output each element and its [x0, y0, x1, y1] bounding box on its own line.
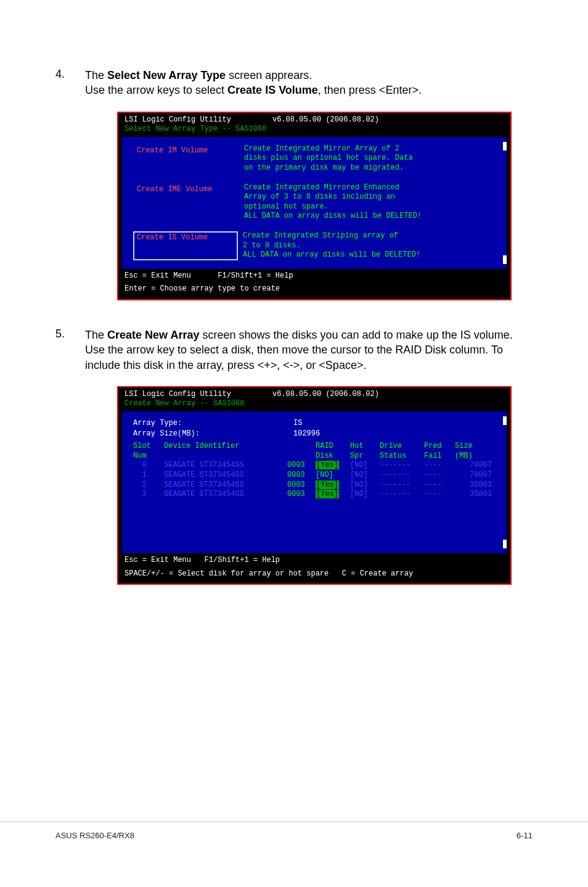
- cell-drive-status: -------: [380, 471, 424, 481]
- menu-ime-desc: Create Integrated Mirrored Enhanced Arra…: [244, 183, 422, 221]
- cell-raid-disk[interactable]: [Yes]: [316, 490, 350, 500]
- cell-pred-fail: ----: [424, 471, 455, 481]
- step4-t4: , then press <Enter>.: [318, 84, 422, 96]
- step-5: 5. The Create New Array screen shows the…: [55, 328, 533, 373]
- menu-create-ime-volume[interactable]: Create IME Volume: [133, 183, 244, 221]
- hdr-num: Num: [133, 452, 164, 461]
- cell-slot: 1: [133, 471, 164, 481]
- cell-rev: 0003: [287, 490, 316, 500]
- hdr-pred: Pred: [424, 442, 455, 452]
- hdr-disk: Disk: [316, 452, 350, 461]
- step5-t1: The: [85, 329, 107, 341]
- bios1-title: LSI Logic Config Utility: [125, 115, 272, 125]
- cell-drive-status: -------: [380, 481, 424, 490]
- cell-raid-disk[interactable]: [Yes]: [316, 461, 350, 471]
- page-footer: ASUS RS260-E4/RX8 6-11: [0, 822, 588, 840]
- disk-row[interactable]: 0SEAGATE ST373454SS0003[Yes][NO]--------…: [133, 461, 496, 471]
- footer-page-number: 6-11: [517, 831, 533, 840]
- step4-t2: screen apprears.: [226, 69, 312, 81]
- bios2-subtitle: Create New Array -- SAS1068: [118, 399, 510, 411]
- cell-slot: 2: [133, 481, 164, 490]
- cell-raid-disk[interactable]: [Yes]: [316, 481, 350, 490]
- hdr-slot: Slot: [133, 442, 164, 452]
- bios1-footer-hint: Enter = Choose array type to create: [118, 284, 510, 298]
- cell-pred-fail: ----: [424, 461, 455, 471]
- step-4: 4. The Select New Array Type screen appr…: [55, 68, 533, 98]
- menu-is-desc: Create Integrated Striping array of 2 to…: [243, 231, 420, 260]
- hdr-raid: RAID: [316, 442, 350, 452]
- bios-select-array-type: LSI Logic Config Utility v6.08.05.00 (20…: [117, 112, 512, 300]
- step4-t3: Use the arrow keys to select: [85, 84, 227, 96]
- cell-hot-spare[interactable]: [NO]: [350, 471, 380, 481]
- cell-device: SEAGATE ST373454SS: [164, 490, 287, 500]
- bios2-footer-keys: Esc = Exit Menu F1/Shift+1 = Help: [118, 553, 510, 569]
- step-5-number: 5.: [55, 328, 85, 373]
- cell-size: 35003: [455, 490, 492, 500]
- menu-im-desc: Create Integrated Mirror Array of 2 disk…: [244, 144, 413, 173]
- cell-drive-status: -------: [380, 461, 424, 471]
- step-4-text: The Select New Array Type screen apprear…: [85, 68, 422, 98]
- hdr-size: Size: [455, 442, 492, 452]
- bios1-version: v6.08.05.00 (2006.08.02): [272, 115, 379, 125]
- cell-device: SEAGATE ST373454SS: [164, 481, 287, 490]
- scroll-indicator: [503, 142, 507, 264]
- cell-slot: 3: [133, 490, 164, 500]
- cell-hot-spare[interactable]: [NO]: [350, 490, 380, 500]
- cell-size: 70007: [455, 471, 492, 481]
- step4-b1: Select New Array Type: [107, 69, 226, 81]
- cell-raid-disk[interactable]: [NO]: [316, 471, 350, 481]
- cell-pred-fail: ----: [424, 490, 455, 500]
- bios2-title: LSI Logic Config Utility: [125, 390, 272, 400]
- cell-size: 70007: [455, 461, 492, 471]
- cell-rev: 0003: [287, 481, 316, 490]
- cell-hot-spare[interactable]: [NO]: [350, 461, 380, 471]
- bios1-subtitle: Select New Array Type -- SAS1068: [118, 125, 510, 137]
- bios-create-new-array: LSI Logic Config Utility v6.08.05.00 (20…: [117, 386, 512, 585]
- array-type-label: Array Type:: [133, 419, 293, 429]
- array-type-value: IS: [293, 419, 302, 429]
- step-4-number: 4.: [55, 68, 85, 98]
- hdr-dev: Device Identifier: [164, 442, 287, 452]
- hdr-spr: Spr: [350, 452, 380, 461]
- step4-b2: Create IS Volume: [227, 84, 318, 96]
- bios1-footer-keys: Esc = Exit Menu F1/Shift+1 = Help: [118, 269, 510, 285]
- menu-create-is-volume[interactable]: Create IS Volume: [133, 231, 238, 260]
- cell-slot: 0: [133, 461, 164, 471]
- step5-b1: Create New Array: [107, 329, 199, 341]
- cell-device: SEAGATE ST373454SS: [164, 461, 287, 471]
- disk-row[interactable]: 2SEAGATE ST373454SS0003[Yes][NO]--------…: [133, 481, 496, 490]
- hdr-hot: Hot: [350, 442, 380, 452]
- hdr-mb: (MB): [455, 452, 492, 461]
- footer-product: ASUS RS260-E4/RX8: [55, 831, 134, 840]
- cell-rev: 0003: [287, 471, 316, 481]
- array-size-value: 102996: [293, 429, 320, 439]
- hdr-status: Status: [380, 452, 424, 461]
- bios2-version: v6.08.05.00 (2006.08.02): [272, 390, 379, 400]
- cell-pred-fail: ----: [424, 481, 455, 490]
- cell-hot-spare[interactable]: [NO]: [350, 481, 380, 490]
- step4-t1: The: [85, 69, 107, 81]
- array-size-label: Array Size(MB):: [133, 429, 293, 439]
- cell-drive-status: -------: [380, 490, 424, 500]
- step-5-text: The Create New Array screen shows the di…: [85, 328, 533, 373]
- cell-size: 35003: [455, 481, 492, 490]
- hdr-drive: Drive: [380, 442, 424, 452]
- disk-row[interactable]: 1SEAGATE ST373454SS0003[NO][NO]---------…: [133, 471, 496, 481]
- cell-rev: 0003: [287, 461, 316, 471]
- disk-table-header-2: Num Disk Spr Status Fail (MB): [133, 452, 496, 461]
- scroll-indicator-2: [503, 416, 507, 548]
- menu-create-im-volume[interactable]: Create IM Volume: [133, 144, 244, 173]
- hdr-fail: Fail: [424, 452, 455, 461]
- cell-device: SEAGATE ST373454SS: [164, 471, 287, 481]
- bios2-footer-hint: SPACE/+/- = Select disk for array or hot…: [118, 569, 510, 583]
- disk-row[interactable]: 3SEAGATE ST373454SS0003[Yes][NO]--------…: [133, 490, 496, 500]
- disk-table-header-1: Slot Device Identifier RAID Hot Drive Pr…: [133, 439, 496, 452]
